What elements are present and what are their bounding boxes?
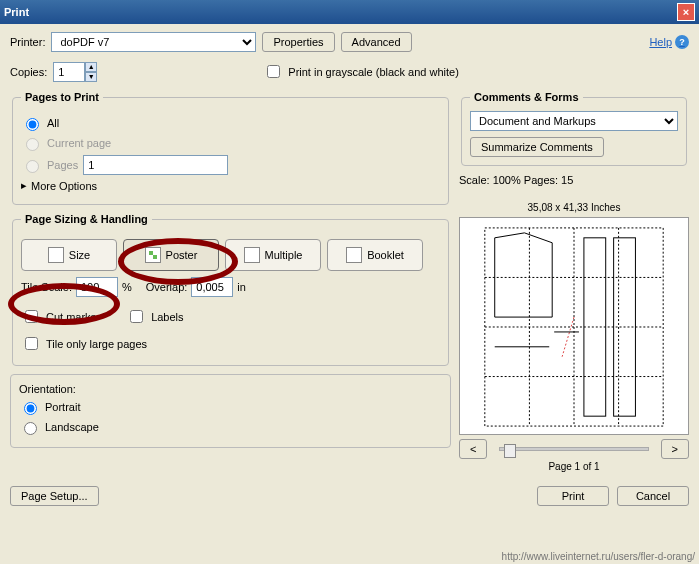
dimensions-text: 35,08 x 41,33 Inches	[459, 202, 689, 213]
print-preview	[459, 217, 689, 435]
pages-input	[83, 155, 228, 175]
comments-forms-heading: Comments & Forms	[470, 91, 583, 103]
copies-label: Copies:	[10, 66, 47, 78]
grayscale-checkbox[interactable]	[267, 65, 280, 78]
size-mode-button[interactable]: Size	[21, 239, 117, 271]
cut-marks-checkbox[interactable]	[25, 310, 38, 323]
grayscale-label: Print in grayscale (black and white)	[288, 66, 459, 78]
all-radio[interactable]	[26, 118, 39, 131]
svg-line-9	[562, 317, 574, 357]
portrait-radio[interactable]	[24, 402, 37, 415]
overlap-input[interactable]	[191, 277, 233, 297]
help-link[interactable]: Help?	[649, 35, 689, 49]
booklet-icon	[346, 247, 362, 263]
close-icon[interactable]: ×	[677, 3, 695, 21]
current-page-radio	[26, 138, 39, 151]
page-of-text: Page 1 of 1	[459, 461, 689, 472]
orientation-group: Orientation: Portrait Landscape	[10, 374, 451, 448]
page-setup-button[interactable]: Page Setup...	[10, 486, 99, 506]
overlap-label: Overlap:	[146, 281, 188, 293]
help-icon: ?	[675, 35, 689, 49]
source-url: http://www.liveinternet.ru/users/fler-d-…	[502, 551, 695, 562]
landscape-radio[interactable]	[24, 422, 37, 435]
more-options-toggle[interactable]: More Options	[21, 179, 440, 192]
comments-select[interactable]: Document and Markups	[470, 111, 678, 131]
pages-to-print-group: Pages to Print All Current page Pages Mo…	[12, 91, 449, 205]
copies-input[interactable]	[53, 62, 85, 82]
sizing-group: Page Sizing & Handling Size Poster Multi…	[12, 213, 449, 366]
comments-forms-group: Comments & Forms Document and Markups Su…	[461, 91, 687, 166]
tile-large-checkbox[interactable]	[25, 337, 38, 350]
page-slider[interactable]	[499, 447, 648, 451]
titlebar: Print ×	[0, 0, 699, 24]
summarize-button[interactable]: Summarize Comments	[470, 137, 604, 157]
scale-pages-text: Scale: 100% Pages: 15	[459, 174, 689, 186]
multiple-mode-button[interactable]: Multiple	[225, 239, 321, 271]
pages-to-print-heading: Pages to Print	[21, 91, 103, 103]
orientation-label: Orientation:	[19, 383, 442, 395]
printer-select[interactable]: doPDF v7	[51, 32, 256, 52]
copies-down[interactable]: ▼	[85, 72, 97, 82]
sizing-heading: Page Sizing & Handling	[21, 213, 152, 225]
poster-mode-button[interactable]: Poster	[123, 239, 219, 271]
window-title: Print	[4, 6, 29, 18]
pages-radio	[26, 160, 39, 173]
cancel-button[interactable]: Cancel	[617, 486, 689, 506]
multiple-icon	[244, 247, 260, 263]
copies-up[interactable]: ▲	[85, 62, 97, 72]
poster-icon	[145, 247, 161, 263]
prev-page-button[interactable]: <	[459, 439, 487, 459]
tile-scale-input[interactable]	[76, 277, 118, 297]
advanced-button[interactable]: Advanced	[341, 32, 412, 52]
next-page-button[interactable]: >	[661, 439, 689, 459]
tile-scale-label: Tile Scale:	[21, 281, 72, 293]
printer-label: Printer:	[10, 36, 45, 48]
properties-button[interactable]: Properties	[262, 32, 334, 52]
booklet-mode-button[interactable]: Booklet	[327, 239, 423, 271]
print-button[interactable]: Print	[537, 486, 609, 506]
size-icon	[48, 247, 64, 263]
svg-rect-7	[584, 238, 606, 416]
labels-checkbox[interactable]	[130, 310, 143, 323]
